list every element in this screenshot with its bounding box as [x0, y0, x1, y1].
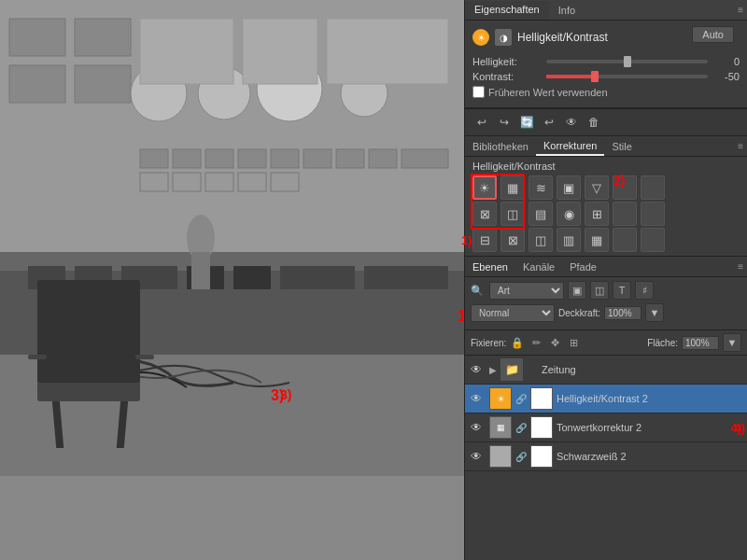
layer-icon-2[interactable]: ◫	[590, 281, 609, 300]
svg-rect-42	[0, 467, 464, 560]
korr-icon-curves[interactable]: ≋	[529, 175, 553, 200]
thumb-sw2	[489, 445, 512, 468]
layer-item-sw2[interactable]: 👁 🔗 Schwarzweiß 2	[465, 442, 747, 471]
deckkraft-label: Deckkraft:	[558, 308, 600, 318]
chain-hk2: 🔗	[515, 394, 527, 404]
layer-group-zeitung[interactable]: 👁 ▶ 📁 Zeitung	[465, 356, 747, 385]
half-circle-icon: ◑	[495, 29, 512, 46]
svg-rect-40	[28, 355, 47, 359]
toolbar-icon-2[interactable]: ↪	[495, 113, 514, 132]
opacity-arrow[interactable]: ▼	[645, 303, 664, 322]
fix-icon-brush[interactable]: ✏	[529, 335, 543, 350]
svg-rect-20	[369, 149, 397, 168]
tab-stile[interactable]: Stile	[604, 138, 639, 155]
flaeche-input[interactable]	[682, 336, 719, 350]
svg-rect-2	[9, 19, 65, 56]
eye-zeitung[interactable]: 👁	[471, 363, 486, 376]
main-layout: 1) 2) 3) Eigenschaften Info ≡ ☀ ◑ Hellig…	[0, 0, 747, 560]
svg-rect-35	[364, 266, 448, 289]
photo-canvas	[0, 0, 464, 560]
layer-name-hk2: Helligkeit/Kontrast 2	[557, 393, 741, 404]
kontrast-row: Kontrast: -50	[472, 71, 740, 82]
mode-select[interactable]: Normal	[471, 304, 555, 322]
korr-icon-bw[interactable]: ⊠	[472, 202, 497, 226]
tab-ebenen[interactable]: Ebenen	[465, 259, 515, 275]
tab-eigenschaften[interactable]: Eigenschaften	[465, 1, 549, 20]
tab-korrekturen[interactable]: Korrekturen	[536, 137, 604, 156]
tab-pfade[interactable]: Pfade	[562, 259, 604, 275]
korrekturen-icons-row3: ⊟ ⊠ ◫ ▥ ▦	[472, 228, 740, 252]
layer-item-hk2[interactable]: 👁 ☀ 🔗 Helligkeit/Kontrast 2	[465, 385, 747, 413]
auto-button[interactable]: Auto	[692, 26, 734, 43]
eye-hk2[interactable]: 👁	[471, 392, 486, 405]
fix-icon-all[interactable]: ⊞	[566, 335, 581, 350]
svg-rect-43	[0, 448, 464, 476]
annotation-3: 3)	[271, 387, 284, 404]
helligkeit-slider[interactable]	[546, 60, 708, 63]
korr-icon-photo[interactable]: ◫	[500, 202, 525, 226]
deckkraft-input[interactable]	[604, 306, 641, 320]
layer-name-sw2: Schwarzweiß 2	[557, 451, 741, 462]
svg-rect-22	[140, 173, 168, 191]
fix-icon-move[interactable]: ✥	[547, 335, 562, 350]
layers-panel-menu[interactable]: ≡	[738, 261, 743, 272]
korr-icon-posterize[interactable]: ⊠	[500, 228, 525, 252]
frueheren-wert-checkbox[interactable]	[472, 86, 485, 98]
fix-icon-lock[interactable]: 🔒	[510, 335, 525, 350]
thumb-tk2: ▦	[489, 416, 512, 439]
brightness-icon: ☀	[472, 29, 489, 46]
svg-rect-16	[238, 149, 266, 168]
layer-icon-4[interactable]: ♯	[635, 281, 654, 300]
annotation-1-label: 1)	[461, 233, 472, 247]
korr-icon-invert[interactable]: ⊟	[472, 228, 497, 252]
svg-rect-12	[327, 19, 448, 84]
kontrast-slider[interactable]	[546, 75, 708, 78]
right-panel: Eigenschaften Info ≡ ☀ ◑ Helligkeit/Kont…	[464, 0, 747, 560]
korr-icon-exposure[interactable]: ▣	[557, 175, 581, 200]
toolbar-icon-1[interactable]: ↩	[472, 113, 491, 132]
korr-icon-color-lookup[interactable]: ◉	[557, 202, 581, 226]
korr-icon-grid[interactable]: ⊞	[585, 202, 609, 226]
svg-rect-21	[402, 149, 448, 168]
tab-kanaele[interactable]: Kanäle	[515, 259, 562, 275]
mask-tk2	[530, 416, 553, 439]
svg-rect-13	[140, 149, 168, 168]
tab-info[interactable]: Info	[549, 2, 585, 19]
korr-icon-levels[interactable]: ▦	[500, 175, 525, 200]
korr-icon-blank	[641, 175, 665, 200]
layer-item-tk2[interactable]: 👁 ▦ 🔗 Tonwertkorrektur 2 4) 4)	[465, 413, 747, 442]
korr-icon-threshold[interactable]: ◫	[529, 228, 553, 252]
svg-rect-10	[140, 19, 233, 84]
eigenschaften-panel: ☀ ◑ Helligkeit/Kontrast Auto Helligkeit:…	[465, 21, 747, 108]
toolbar-icon-delete[interactable]: 🗑	[585, 113, 603, 132]
toolbar-icon-4[interactable]: ↩	[540, 113, 558, 132]
group-icon: 📁	[500, 358, 523, 381]
group-triangle[interactable]: ▶	[489, 365, 497, 375]
korr-icon-chan-mix[interactable]: ▤	[529, 202, 553, 226]
tab-bibliotheken[interactable]: Bibliotheken	[465, 138, 536, 155]
eye-sw2[interactable]: 👁	[471, 450, 486, 463]
korr-icon-selective[interactable]: ▦	[585, 228, 609, 252]
korr-icon-brightness[interactable]: ☀	[472, 175, 497, 200]
fixieren-row: Fixieren: 🔒 ✏ ✥ ⊞ Fläche: ▼	[465, 330, 747, 356]
toolbar-icon-5[interactable]: 👁	[562, 113, 581, 132]
layer-icon-1[interactable]: ▣	[568, 281, 586, 300]
panel-header: ☀ ◑ Helligkeit/Kontrast Auto	[472, 26, 740, 49]
toolbar-icon-3[interactable]: 🔄	[517, 113, 536, 132]
checkbox-row: Früheren Wert verwenden	[472, 86, 740, 98]
mode-opacity-row: Normal Deckkraft: ▼	[471, 303, 741, 322]
panel-menu-button[interactable]: ≡	[738, 5, 743, 15]
svg-rect-14	[173, 149, 201, 168]
korr-icon-gradient-map[interactable]: ▥	[557, 228, 581, 252]
korr-icon-vibrance[interactable]: ▽	[585, 175, 609, 200]
layer-icon-3[interactable]: T	[613, 281, 631, 300]
mid-panel-menu[interactable]: ≡	[738, 141, 743, 151]
svg-rect-3	[75, 19, 131, 56]
flaeche-arrow[interactable]: ▼	[723, 333, 741, 352]
eye-tk2[interactable]: 👁	[471, 421, 486, 434]
chain-sw2: 🔗	[515, 452, 527, 462]
korr-icon-empty2	[641, 202, 665, 226]
mask-sw2	[530, 445, 553, 468]
korr-icon-hue[interactable]	[613, 175, 637, 200]
art-select[interactable]: Art	[489, 282, 564, 300]
